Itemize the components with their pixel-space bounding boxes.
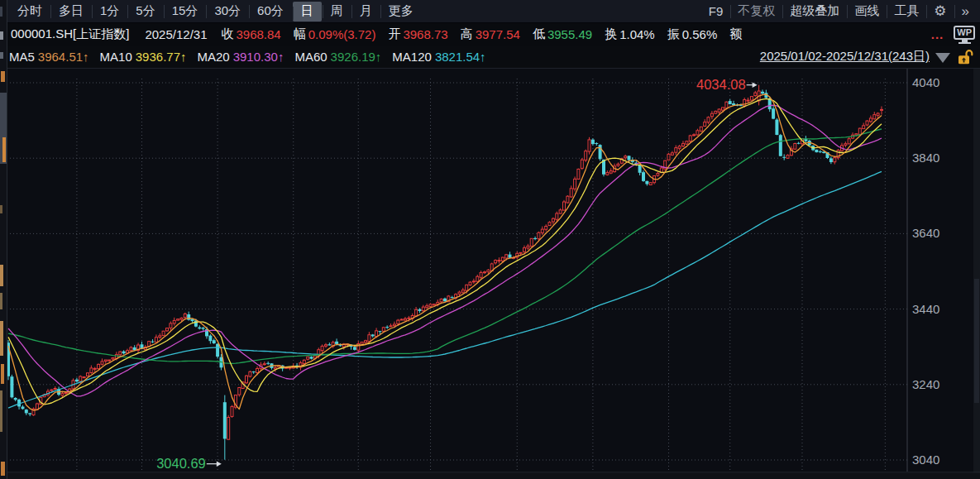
left-edge-fragment xyxy=(0,293,2,309)
high-annotation: 4034.08 xyxy=(696,77,746,92)
period-tab-周[interactable]: 周 xyxy=(323,0,351,23)
quote-field-低: 低3955.49 xyxy=(533,26,592,42)
super-overlay-button[interactable]: 超级叠加 xyxy=(782,0,847,23)
period-tab-月[interactable]: 月 xyxy=(351,0,380,23)
wp-badge-label: WP xyxy=(954,26,975,40)
quote-field-高: 高3977.54 xyxy=(461,26,520,42)
period-tab-多日[interactable]: 多日 xyxy=(50,0,92,23)
y-axis-tick: 3440 xyxy=(912,302,939,316)
left-edge-fragment xyxy=(0,31,3,40)
candlestick-chart[interactable]: 4040384036403440324030404034.083040.69 xyxy=(0,69,980,479)
period-tab-日[interactable]: 日 xyxy=(293,2,322,22)
ma-values: MA53964.51↑MA103936.77↑MA203910.30↑MA603… xyxy=(9,50,497,64)
y-axis-tick: 3040 xyxy=(912,453,939,467)
period-tab-60分[interactable]: 60分 xyxy=(249,0,292,23)
period-tab-15分[interactable]: 15分 xyxy=(164,0,207,23)
period-tab-30分[interactable]: 30分 xyxy=(206,0,249,23)
y-axis-tick: 3640 xyxy=(912,226,939,240)
y-axis-tick: 4040 xyxy=(912,75,939,89)
adjust-mode-button[interactable]: 不复权 xyxy=(730,0,782,23)
right-scrollbar-track xyxy=(973,69,980,479)
right-scrollbar-thumb xyxy=(974,279,979,403)
left-edge-fragment xyxy=(1,71,5,82)
date-range-link[interactable]: 2025/01/02-2025/12/31(243日) xyxy=(760,49,930,65)
left-edge-fragment xyxy=(2,137,6,162)
range-selector: 2025/01/02-2025/12/31(243日) xyxy=(760,49,980,65)
period-tab-1分[interactable]: 1分 xyxy=(92,0,127,23)
ma-item-ma20: MA203910.30↑ xyxy=(198,50,284,64)
low-annotation: 3040.69 xyxy=(156,456,206,471)
ma-bar: MA53964.51↑MA103936.77↑MA203910.30↑MA603… xyxy=(0,46,980,69)
quote-field-换: 换1.04% xyxy=(605,26,655,42)
quote-fields: 收3968.84幅0.09%(3.72)开3968.73高3977.54低395… xyxy=(221,26,757,42)
y-axis-tick: 3240 xyxy=(912,377,939,391)
left-edge-fragment xyxy=(0,321,3,356)
f9-button[interactable]: F9 xyxy=(701,0,731,23)
left-edge-fragment xyxy=(1,462,5,476)
y-axis-tick: 3840 xyxy=(912,151,939,165)
period-tabs: 分时多日1分5分15分30分60分日周月更多 xyxy=(9,0,422,23)
left-edge-fragment xyxy=(0,7,2,17)
quote-bar: 000001.SH[上证指数] 2025/12/31 收3968.84幅0.09… xyxy=(0,23,980,46)
chevron-down-icon[interactable] xyxy=(935,53,950,63)
unlock-icon[interactable] xyxy=(958,49,973,65)
quote-field-振: 振0.56% xyxy=(667,26,718,42)
ma-item-ma5: MA53964.51↑ xyxy=(9,50,89,64)
tools-button[interactable]: 工具 xyxy=(887,0,926,23)
left-edge-fragment xyxy=(0,52,3,59)
left-edge-fragment xyxy=(0,265,3,286)
toolbar-right-controls: F9不复权超级叠加画线工具⚙» xyxy=(701,0,980,23)
quote-field-收: 收3968.84 xyxy=(221,26,280,42)
settings-gear-icon[interactable]: ⚙ xyxy=(926,0,954,23)
period-tab-更多[interactable]: 更多 xyxy=(380,0,422,23)
wp-monitor-base xyxy=(958,42,971,44)
quote-date: 2025/12/31 xyxy=(145,27,207,41)
quote-field-幅: 幅0.09%(3.72) xyxy=(294,26,376,42)
ma-item-ma60: MA603926.19↑ xyxy=(294,50,381,64)
period-tab-5分[interactable]: 5分 xyxy=(127,0,163,23)
quote-field-开: 开3968.73 xyxy=(388,26,447,42)
left-edge-fragment xyxy=(0,205,2,213)
left-edge-strip xyxy=(0,0,7,479)
wp-monitor-icon[interactable]: WP xyxy=(954,26,975,44)
period-toolbar: 分时多日1分5分15分30分60分日周月更多 F9不复权超级叠加画线工具⚙» xyxy=(0,0,980,23)
ma-item-ma10: MA103936.77↑ xyxy=(100,50,187,64)
ma-item-ma120: MA1203821.54↑ xyxy=(392,50,485,64)
left-edge-fragment xyxy=(0,390,2,432)
quote-field-额: 额 xyxy=(729,26,744,42)
period-tab-分时[interactable]: 分时 xyxy=(9,0,50,23)
left-edge-fragment xyxy=(1,364,4,384)
draw-line-button[interactable]: 画线 xyxy=(847,0,887,23)
expand-more-icon[interactable]: » xyxy=(954,0,977,23)
symbol-label: 000001.SH[上证指数] xyxy=(11,26,129,42)
quote-ellipsis: ... xyxy=(931,27,944,41)
